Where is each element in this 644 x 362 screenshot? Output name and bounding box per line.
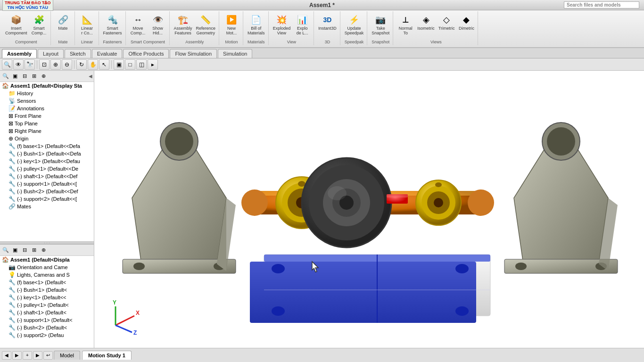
- assembly-3d-view: X Y Z: [94, 71, 644, 348]
- tree-search-btn[interactable]: 🔍: [1, 72, 10, 81]
- status-tab-model[interactable]: Model: [54, 351, 80, 360]
- search-box[interactable]: Search files and models: [564, 1, 639, 8]
- tree-support1[interactable]: 🔧 (-) support<1> (Default<<[: [0, 180, 94, 188]
- tree-annotations[interactable]: 📝 Annotations: [0, 105, 94, 112]
- instant3d-btn[interactable]: 3D Instant3D: [317, 12, 338, 32]
- tree-front-plane[interactable]: ⊠ Front Plane: [0, 112, 94, 120]
- show-hide-btn[interactable]: 👁️ ShowHid...: [149, 12, 167, 37]
- new-motion-btn[interactable]: ▶️ NewMot...: [222, 12, 241, 37]
- tab-sketch[interactable]: Sketch: [65, 49, 91, 58]
- tb-search-btn[interactable]: 🔍: [2, 59, 12, 70]
- tree2-support2-icon: 🔧: [8, 332, 16, 338]
- tree-expand-btn[interactable]: ⊞: [30, 72, 38, 81]
- tree2-btn5[interactable]: ⊕: [39, 246, 48, 255]
- tree-bush1[interactable]: 🔧 (-) Bush<1> (Default<<Defa: [0, 150, 94, 157]
- tree-top-plane[interactable]: ⊠ Top Plane: [0, 120, 94, 127]
- svg-point-36: [455, 264, 469, 273]
- ribbon-group-mate: 🔗 Mate Mate: [52, 11, 75, 45]
- tab-evaluate[interactable]: Evaluate: [92, 49, 123, 58]
- bill-of-materials-btn[interactable]: 📄 Bill ofMaterials: [246, 12, 266, 37]
- tree2-pulley1-icon: 🔧: [8, 302, 16, 308]
- tree-mates[interactable]: 🔗 Mates: [0, 203, 94, 210]
- tb-more-btn[interactable]: ▸: [148, 59, 158, 70]
- tree2-btn2[interactable]: ▣: [11, 246, 19, 255]
- tree-base1[interactable]: 🔧 (f) base<1> (Default<<Defa: [0, 142, 94, 150]
- status-nav-add[interactable]: +: [23, 351, 32, 360]
- tb-hidden-btn[interactable]: ◫: [136, 59, 147, 70]
- insert-component-btn[interactable]: 📦 InsertComponent: [4, 12, 29, 37]
- trimetric-btn[interactable]: ◇ Trimetric: [437, 12, 456, 32]
- tree2-bush1[interactable]: 🔧 (-) Bush<1> (Default<: [0, 286, 94, 294]
- move-component-btn[interactable]: ↔️ MoveComp...: [129, 12, 148, 37]
- linear-btn[interactable]: 📐 Linearr Co...: [78, 12, 97, 37]
- tb-shading-btn[interactable]: ▣: [114, 59, 124, 70]
- panel-collapse-btn[interactable]: ◀: [89, 74, 92, 79]
- status-nav-right[interactable]: ▶: [12, 351, 22, 360]
- tree-key1[interactable]: 🔧 (-) key<1> (Default<<Defau: [0, 157, 94, 165]
- tree-filter-btn[interactable]: ▣: [11, 72, 19, 81]
- status-tab-motion[interactable]: Motion Study 1: [82, 351, 132, 360]
- tree-shaft1[interactable]: 🔧 (-) shaft<1> (Default<<Def: [0, 173, 94, 180]
- tree2-support2[interactable]: 🔧 (-) support2> (Defau: [0, 331, 94, 339]
- tree2-shaft1[interactable]: 🔧 (-) shaft<1> (Default<: [0, 309, 94, 316]
- viewport[interactable]: X Y Z: [94, 71, 644, 348]
- snapshot-btn[interactable]: 📷 TakeSnapshot: [370, 12, 391, 37]
- tree-props-btn[interactable]: ⊕: [39, 72, 48, 81]
- tree2-lights[interactable]: 💡 Lights, Cameras and S: [0, 271, 94, 279]
- tb-zoom-in-btn[interactable]: ⊕: [50, 59, 61, 70]
- tree-history[interactable]: 📁 History: [0, 90, 94, 97]
- tree2-orientation[interactable]: 📷 Orientation and Came: [0, 263, 94, 271]
- tb-zoom-fit-btn[interactable]: ⊡: [39, 59, 50, 70]
- tree-pulley1[interactable]: 🔧 (-) pulley<1> (Default<<De: [0, 165, 94, 173]
- tb-select-btn[interactable]: ↖: [99, 59, 109, 70]
- tab-simulation[interactable]: Simulation: [218, 49, 252, 58]
- tree-sensors[interactable]: 📡 Sensors: [0, 97, 94, 105]
- smart-fasteners-btn[interactable]: 🔩 SmartFasteners: [102, 12, 124, 37]
- tb-wireframe-btn[interactable]: □: [125, 59, 135, 70]
- tree2-bush1-label: (-) Bush<1> (Default<: [17, 287, 67, 293]
- status-play-btn[interactable]: ▶: [33, 351, 42, 360]
- tree-origin[interactable]: ⊕ Origin: [0, 135, 94, 142]
- tb-view1-btn[interactable]: 👁: [13, 59, 24, 70]
- tree-right-plane[interactable]: ⊠ Right Plane: [0, 127, 94, 135]
- toolbar-row: 🔍 👁 🔭 ⊡ ⊕ ⊖ ↻ ✋ ↖ ▣ □ ◫ ▸: [0, 58, 644, 71]
- tree-assem1-root[interactable]: 🏠 Assem1 (Default<Display Sta: [0, 82, 94, 90]
- speedpak-btn[interactable]: ⚡ UpdateSpeedpak: [343, 12, 365, 37]
- isometric-btn[interactable]: ◈ Isometric: [416, 12, 436, 32]
- mate-btn[interactable]: 🔗 Mate: [54, 12, 73, 32]
- dimetric-btn[interactable]: ◆ Dimetric: [457, 12, 476, 32]
- normal-to-btn[interactable]: ⊥ NormalTo: [396, 12, 415, 37]
- exploded-view-btn[interactable]: 💥 ExplodedView: [272, 12, 292, 37]
- assembly-features-btn[interactable]: 🏗️ AssemblyFeatures: [173, 12, 194, 37]
- tree2-base1[interactable]: 🔧 (f) base<1> (Default<: [0, 279, 94, 286]
- tree2-bush2[interactable]: 🔧 (-) Bush<2> (Default<: [0, 324, 94, 331]
- tb-view2-btn[interactable]: 🔭: [25, 59, 35, 70]
- tab-assembly[interactable]: Assembly: [2, 49, 37, 58]
- tree-bush2[interactable]: 🔧 (-) Bush<2> (Default<<Def: [0, 188, 94, 195]
- logo-bot-text: TIN HỌC VŨNG TÀU: [8, 5, 49, 10]
- tb-zoom-out-btn[interactable]: ⊖: [62, 59, 72, 70]
- tree2-support1[interactable]: 🔧 (-) support<1> (Default<: [0, 316, 94, 324]
- tree2-key1[interactable]: 🔧 (-) key<1> (Default<<: [0, 294, 94, 301]
- mate-icon: 🔗: [57, 13, 70, 26]
- tree-collapse-btn[interactable]: ⊟: [20, 72, 29, 81]
- tree-support2[interactable]: 🔧 (-) support<2> (Default<<[: [0, 195, 94, 203]
- tree2-root[interactable]: 🏠 Assem1 (Default<Displa: [0, 256, 94, 263]
- status-back-btn[interactable]: ↩: [43, 351, 53, 360]
- explode-line-btn[interactable]: 📊 Explode L...: [293, 12, 312, 37]
- ribbon-group-views: ⊥ NormalTo ◈ Isometric ◇ Trimetric ◆ Dim…: [394, 11, 478, 45]
- status-nav-left[interactable]: ◀: [2, 351, 11, 360]
- tab-office[interactable]: Office Products: [123, 49, 169, 58]
- tree2-pulley1[interactable]: 🔧 (-) pulley<1> (Default<: [0, 301, 94, 309]
- tab-flow[interactable]: Flow Simulation: [170, 49, 217, 58]
- reference-geometry-icon: 📏: [199, 13, 212, 26]
- tree2-btn1[interactable]: 🔍: [1, 246, 10, 255]
- tb-pan-btn[interactable]: ✋: [88, 59, 98, 70]
- tree2-pulley1-label: (-) pulley<1> (Default<: [17, 302, 69, 308]
- tab-layout[interactable]: Layout: [38, 49, 64, 58]
- tree2-btn3[interactable]: ⊟: [20, 246, 29, 255]
- tb-rotate-btn[interactable]: ↻: [76, 59, 87, 70]
- reference-geometry-btn[interactable]: 📏 ReferenceGeometry: [195, 12, 217, 37]
- smart-components-btn[interactable]: 🧩 SmartComp...: [30, 12, 49, 37]
- tree2-btn4[interactable]: ⊞: [30, 246, 38, 255]
